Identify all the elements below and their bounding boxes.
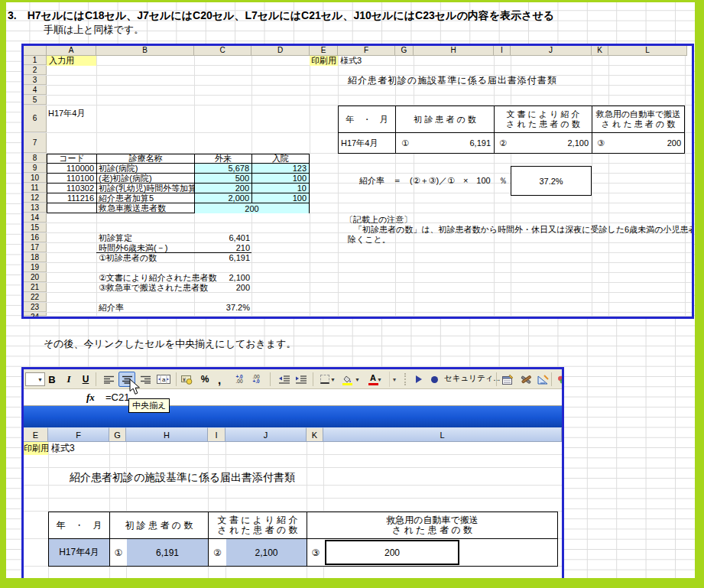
cell-F-form-label[interactable]: 様式3: [51, 442, 75, 455]
code-cell[interactable]: 110000: [47, 164, 97, 174]
row-header[interactable]: 13: [24, 203, 47, 213]
cell-G7-mark1[interactable]: ①: [396, 133, 414, 153]
properties-button[interactable]: [499, 372, 516, 387]
toolbar-grip[interactable]: [404, 373, 407, 385]
code-cell[interactable]: 111216: [47, 193, 97, 203]
inpatient-cell[interactable]: 123: [252, 164, 309, 174]
code-cell[interactable]: 110100: [47, 174, 97, 184]
toolbox-button[interactable]: [517, 372, 534, 387]
security-button[interactable]: セキュリティ...: [444, 373, 500, 384]
row-header[interactable]: 2: [24, 66, 47, 75]
inpatient-cell[interactable]: 100: [252, 174, 309, 184]
cell-B21-label[interactable]: ③救急車で搬送された患者数: [99, 283, 208, 293]
cell-A6-month[interactable]: H17年4月: [47, 107, 96, 119]
row-header[interactable]: 8: [24, 154, 47, 163]
ref-h-month[interactable]: 年 ・ 月: [339, 106, 396, 133]
decrease-decimal-button[interactable]: .00+.0: [248, 372, 264, 387]
code-cell-empty[interactable]: [47, 203, 97, 213]
align-left-button[interactable]: [100, 372, 117, 387]
cell-C16-value[interactable]: 6,401: [194, 233, 251, 243]
col-header-A[interactable]: A: [47, 46, 96, 56]
cell-L7-active[interactable]: 200: [325, 540, 459, 565]
inpatient-h[interactable]: 入院: [252, 154, 309, 164]
col-header-H[interactable]: H: [414, 46, 494, 56]
cell-L7-value[interactable]: 200: [609, 133, 684, 153]
col-header-K[interactable]: K: [592, 46, 608, 56]
col-header-K[interactable]: K: [307, 427, 323, 442]
cell-E1-print-label[interactable]: 印刷用: [310, 56, 338, 66]
row-header[interactable]: 7: [24, 133, 47, 153]
name-cell[interactable]: 紹介患者加算5: [97, 193, 195, 203]
row-header[interactable]: 11: [24, 184, 47, 193]
inpatient-cell[interactable]: 100: [252, 193, 309, 203]
cell-C17-value[interactable]: 210: [194, 243, 251, 253]
cell-H7-value-selected[interactable]: 6,191: [127, 539, 209, 566]
outpatient-cell[interactable]: 500: [195, 174, 252, 184]
borders-button[interactable]: ▼: [317, 372, 339, 387]
col-header-B[interactable]: B: [96, 46, 194, 56]
cell-C21-value[interactable]: 200: [194, 283, 251, 293]
cell-F1-form-label[interactable]: 様式3: [340, 56, 362, 66]
fill-color-button[interactable]: ▼: [340, 372, 363, 387]
ref-h-doc[interactable]: 文 書 に よ り 紹 介 さ れ た 患 者 の 数: [495, 106, 592, 133]
select-all-corner[interactable]: [24, 46, 47, 56]
col-header-E[interactable]: E: [24, 427, 48, 442]
col-header-L[interactable]: L: [323, 427, 562, 442]
cell-F7-month-selected[interactable]: H17年4月: [49, 539, 110, 566]
cell-C20-value[interactable]: 2,100: [194, 273, 251, 283]
cell-I7-mark2[interactable]: ②: [209, 539, 226, 566]
cell-B23-label[interactable]: 紹介率: [99, 303, 124, 313]
ref-h-doc[interactable]: 文 書 に よ り 紹 介 さ れ た 患 者 の 数: [209, 512, 307, 539]
row-header[interactable]: 15: [24, 223, 47, 232]
code-cell[interactable]: 110302: [47, 184, 97, 193]
cell-K7-mark3[interactable]: ③: [307, 539, 324, 566]
bold-button[interactable]: B: [44, 372, 60, 387]
cell-B18-label[interactable]: ①初診患者の数: [99, 253, 157, 263]
outpatient-h[interactable]: 外来: [195, 154, 252, 164]
row-header[interactable]: 20: [24, 273, 47, 282]
row-header[interactable]: 16: [24, 233, 47, 242]
cell-I7-mark2[interactable]: ②: [495, 133, 511, 153]
cell-C23-value[interactable]: 37.2%: [194, 303, 251, 313]
name-cell[interactable]: (老)初診(病院): [97, 174, 195, 184]
currency-style-button[interactable]: ¥: [179, 372, 196, 387]
col-header-E[interactable]: E: [310, 46, 338, 56]
comma-style-button[interactable]: ,: [213, 372, 225, 387]
row-header[interactable]: 4: [24, 86, 47, 95]
merge-center-button[interactable]: a: [154, 372, 174, 387]
row-header[interactable]: 19: [24, 263, 47, 272]
col-header-G[interactable]: G: [109, 427, 126, 442]
row-header[interactable]: 17: [24, 243, 47, 252]
col-header-G[interactable]: G: [395, 46, 414, 56]
increase-indent-button[interactable]: [293, 372, 310, 387]
underline-button[interactable]: U: [77, 372, 94, 387]
ref-h-amb[interactable]: 救急用の自動車で搬送 さ れ た 患 者 の 数: [307, 512, 557, 539]
percent-style-button[interactable]: %: [196, 372, 213, 387]
row-header[interactable]: 23: [24, 303, 47, 312]
row-header[interactable]: 12: [24, 193, 47, 203]
col-header-F[interactable]: F: [338, 46, 395, 56]
col-header-I[interactable]: I: [208, 427, 225, 442]
ambulance-value[interactable]: 200: [195, 203, 309, 213]
font-color-button[interactable]: A ▼: [365, 372, 388, 387]
rate-result-box[interactable]: 37.2%: [511, 166, 592, 196]
col-header-D[interactable]: D: [251, 46, 310, 56]
outpatient-cell[interactable]: 5,678: [195, 164, 252, 174]
ref-h-amb[interactable]: 救急用の自動車で搬送 さ れ た 患 者 の 数: [592, 106, 684, 133]
inpatient-cell[interactable]: 10: [252, 184, 309, 193]
row-header[interactable]: 24: [24, 313, 47, 316]
increase-decimal-button[interactable]: +.0.00: [231, 372, 248, 387]
col-header-J[interactable]: J: [511, 46, 592, 56]
col-header-I[interactable]: I: [494, 46, 511, 56]
cell-C18-value[interactable]: 6,191: [194, 253, 251, 263]
col-header-L[interactable]: L: [608, 46, 687, 56]
row-header[interactable]: 18: [24, 253, 47, 262]
cell-A1-input-label[interactable]: 入力用: [47, 56, 96, 66]
ref-h-month[interactable]: 年 ・ 月: [49, 512, 110, 539]
col-header-C[interactable]: C: [194, 46, 251, 56]
code-h[interactable]: コード: [47, 154, 97, 164]
formula-input[interactable]: =C21: [105, 391, 129, 403]
cell-J7-value[interactable]: 2,100: [511, 133, 592, 153]
italic-button[interactable]: I: [60, 372, 77, 387]
cell-J7-value-selected[interactable]: 2,100: [226, 539, 307, 566]
